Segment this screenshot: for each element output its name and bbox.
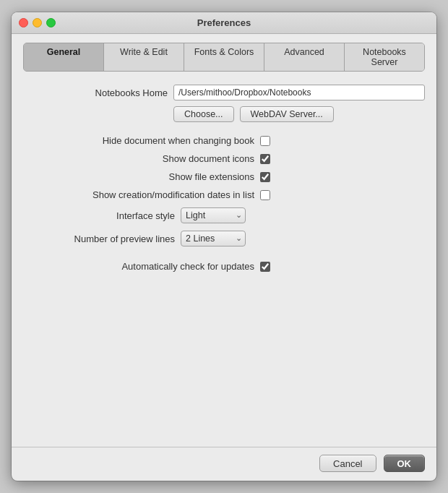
window-title: Preferences [197, 17, 251, 28]
footer: Cancel OK [12, 447, 436, 481]
show-dates-label: Show creation/modification dates in list [23, 189, 254, 200]
choose-button[interactable]: Choose... [173, 106, 234, 122]
close-button[interactable] [19, 18, 28, 27]
notebooks-home-input[interactable] [173, 85, 425, 100]
auto-update-label: Automatically check for updates [23, 261, 254, 272]
interface-style-row: Interface style Light Dark Auto [23, 207, 425, 223]
interface-style-wrapper: Light Dark Auto [181, 207, 246, 223]
tab-write-edit[interactable]: Write & Edit [104, 43, 184, 71]
maximize-button[interactable] [46, 18, 56, 27]
auto-update-checkbox[interactable] [260, 262, 270, 272]
show-icons-label: Show document icons [23, 153, 254, 164]
tab-fonts-colors[interactable]: Fonts & Colors [184, 43, 264, 71]
notebooks-home-row: Notebooks Home [23, 85, 425, 100]
interface-style-label: Interface style [23, 210, 175, 221]
titlebar: Preferences [12, 12, 436, 34]
buttons-row: Choose... WebDAV Server... [173, 106, 425, 122]
notebooks-home-label: Notebooks Home [23, 87, 168, 98]
show-extensions-label: Show file extensions [23, 171, 254, 182]
tab-bar: General Write & Edit Fonts & Colors Adva… [23, 43, 425, 72]
show-extensions-checkbox[interactable] [260, 172, 270, 182]
show-extensions-row: Show file extensions [23, 171, 425, 182]
tab-notebooks-server[interactable]: Notebooks Server [345, 43, 424, 71]
show-icons-checkbox[interactable] [260, 154, 270, 164]
show-dates-checkbox[interactable] [260, 190, 270, 200]
hide-document-checkbox[interactable] [260, 136, 270, 146]
hide-document-row: Hide document when changing book [23, 135, 425, 146]
ok-button[interactable]: OK [384, 455, 426, 472]
preview-lines-label: Number of preview lines [23, 233, 175, 244]
cancel-button[interactable]: Cancel [319, 455, 376, 472]
show-icons-row: Show document icons [23, 153, 425, 164]
window-content: General Write & Edit Fonts & Colors Adva… [12, 34, 436, 447]
minimize-button[interactable] [33, 18, 42, 27]
auto-update-row: Automatically check for updates [23, 261, 425, 272]
tab-advanced[interactable]: Advanced [264, 43, 345, 71]
interface-style-select[interactable]: Light Dark Auto [181, 207, 246, 223]
show-dates-row: Show creation/modification dates in list [23, 189, 425, 200]
hide-document-label: Hide document when changing book [23, 135, 254, 146]
preview-lines-row: Number of preview lines 1 Line 2 Lines 3… [23, 231, 425, 246]
preview-lines-wrapper: 1 Line 2 Lines 3 Lines None [181, 231, 246, 246]
tab-general[interactable]: General [24, 43, 104, 71]
traffic-lights [19, 18, 56, 27]
general-panel: Notebooks Home Choose... WebDAV Server..… [23, 85, 425, 435]
preferences-window: Preferences General Write & Edit Fonts &… [12, 12, 436, 481]
webdav-button[interactable]: WebDAV Server... [240, 106, 334, 122]
preview-lines-select[interactable]: 1 Line 2 Lines 3 Lines None [181, 231, 246, 246]
